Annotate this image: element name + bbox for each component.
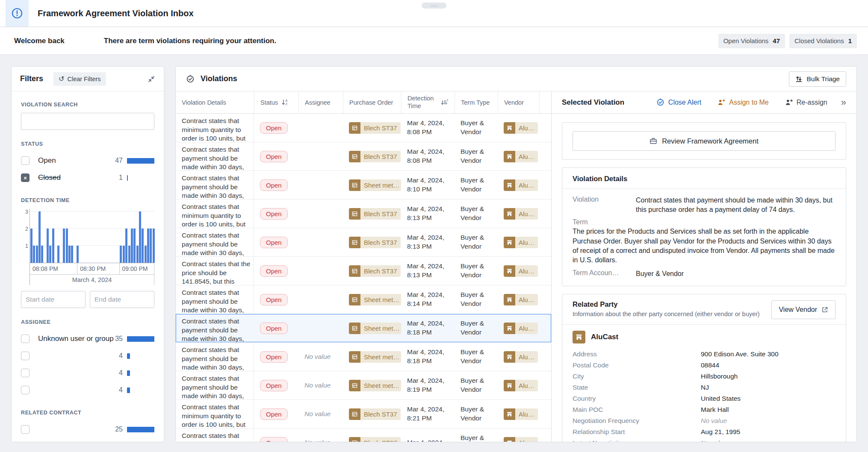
vendor-tag[interactable]: Alu… [504, 208, 538, 220]
violation-row[interactable]: Contract states that payment should be m… [176, 314, 551, 343]
purchase-order-tag[interactable]: Blech ST37 [349, 437, 401, 442]
vendor-tag[interactable]: Alu… [504, 122, 538, 134]
column-header-purchase-order[interactable]: Purchase Order [343, 91, 401, 113]
checkbox[interactable] [21, 369, 30, 377]
checkbox[interactable] [21, 156, 30, 165]
assignee-no-value: No value [304, 353, 331, 361]
detection-time-cell: Mar 4, 2024,8:21 PM [401, 400, 455, 428]
purchase-order-tag[interactable]: Blech ST37 [349, 237, 401, 248]
histogram-bar [128, 246, 130, 263]
filter-item: 4 [21, 347, 154, 364]
filter-count-bar-fill [127, 336, 154, 342]
widget-drag-handle[interactable]: ⋯ [422, 3, 446, 9]
detection-time-value: Mar 4, 2024,8:14 PM [407, 291, 444, 308]
violation-row[interactable]: Contract states that payment should be m… [176, 343, 551, 371]
column-header-vendor[interactable]: Vendor [498, 91, 539, 113]
purchase-order-tag[interactable]: Blech ST37 [349, 408, 401, 420]
violation-row[interactable]: Contract states that minimum quantity to… [176, 400, 551, 429]
vendor-field-value: Mark Hall [701, 406, 729, 414]
status-cell: Open [254, 400, 298, 428]
vendor-cell: Alu… [498, 171, 539, 199]
purchase-order-tag[interactable]: Sheet met… [349, 294, 401, 305]
end-date-input[interactable] [90, 291, 154, 308]
histogram-bar [41, 246, 43, 263]
vendor-field-label: Latest Negotiation [573, 439, 701, 442]
status-cell: Open [254, 429, 298, 442]
collapse-panel-button[interactable] [148, 75, 155, 83]
violation-details-cell: Contract states that payment should be m… [176, 343, 254, 371]
vendor-tag[interactable]: Alu… [504, 265, 538, 277]
vendor-tag[interactable]: Alu… [504, 408, 538, 420]
vendor-tag[interactable]: Alu… [504, 294, 538, 305]
purchase-order-icon [349, 237, 360, 248]
table-body[interactable]: Contract states that minimum quantity to… [176, 114, 551, 442]
view-vendor-button[interactable]: View Vendor [771, 300, 836, 319]
double-chevron-right-icon[interactable]: » [841, 98, 846, 107]
purchase-order-tag[interactable]: Sheet met… [349, 351, 401, 363]
alert-circle-icon [11, 7, 23, 19]
purchase-order-label: Blech ST37 [360, 237, 401, 248]
violation-count-badge[interactable]: Open Violations47 [718, 34, 785, 48]
column-header-term-type[interactable]: Term Type [455, 91, 498, 113]
filter-count-bar-fill [127, 175, 128, 181]
detection-time-value: Mar 4, 2024,8:18 PM [407, 319, 444, 337]
start-date-input[interactable] [21, 291, 86, 308]
vendor-tag[interactable]: Alu… [504, 380, 538, 391]
detection-date: Mar 4, 2024, [407, 438, 444, 442]
term-type-value: Buyer & Vendor [461, 176, 498, 194]
violation-details-text: Contract states that payment should be m… [182, 317, 254, 342]
bulk-triage-button[interactable]: Bulk Triage [789, 71, 846, 87]
violation-row[interactable]: Contract states that payment should be m… [176, 285, 551, 314]
purchase-order-tag[interactable]: Blech ST37 [349, 208, 401, 220]
checkbox[interactable] [21, 335, 30, 343]
store-icon [573, 331, 585, 343]
detection-time-cell: Mar 4, 2024,8:13 PM [401, 200, 455, 228]
column-header-assignee[interactable]: Assignee [298, 91, 343, 113]
violation-row[interactable]: Contract states that minimum quantity to… [176, 200, 551, 228]
violation-row[interactable]: Contract states that payment should be m… [176, 142, 551, 171]
term-accountability-row: Term Accoun… Buyer & Vendor [573, 269, 836, 279]
purchase-order-tag[interactable]: Blech ST37 [349, 151, 401, 162]
checkbox[interactable] [21, 386, 30, 394]
checkbox-excluded[interactable]: × [21, 173, 30, 182]
vendor-tag[interactable]: Alu… [504, 151, 538, 162]
checkbox[interactable] [21, 352, 30, 360]
column-header-status[interactable]: StatusAZ [254, 91, 298, 113]
checkbox[interactable] [21, 425, 30, 434]
violation-row[interactable]: Contract states that payment should be m… [176, 171, 551, 200]
review-framework-agreement-button[interactable]: Review Framework Agreement [573, 131, 836, 151]
histogram-bar [47, 229, 49, 263]
column-header-detection-time[interactable]: Detection Time2 [401, 91, 455, 113]
purchase-order-tag[interactable]: Blech ST37 [349, 122, 401, 134]
purchase-order-tag[interactable]: Sheet met… [349, 323, 401, 334]
vendor-cell: Alu… [498, 228, 539, 256]
column-header-violation-details[interactable]: Violation Details [176, 91, 254, 113]
histogram-plot-area[interactable]: 123 [30, 208, 154, 263]
purchase-order-tag[interactable]: Sheet met… [349, 380, 401, 391]
clear-filters-button[interactable]: ↺ Clear Filters [53, 72, 106, 86]
filter-count-bar [127, 158, 154, 164]
reassign-alert-button[interactable]: Re-assign [785, 99, 827, 106]
violation-search-input[interactable] [21, 113, 154, 130]
purchase-order-tag[interactable]: Blech ST37 [349, 265, 401, 277]
violation-row[interactable]: Contract states that minimum quantity to… [176, 114, 551, 142]
purchase-order-tag[interactable]: Sheet met… [349, 179, 401, 191]
violation-row[interactable]: Contract states that payment should be m… [176, 429, 551, 442]
close-alert-button[interactable]: Close Alert [656, 98, 701, 106]
vendor-tag[interactable]: Alu… [504, 179, 538, 191]
review-agreement-card: Review Framework Agreement [562, 122, 846, 160]
violation-count-badge[interactable]: Closed Violations1 [789, 34, 857, 48]
violation-row[interactable]: Contract states that payment should be m… [176, 371, 551, 400]
vendor-identity[interactable]: AluCast [573, 331, 836, 343]
vendor-tag[interactable]: Alu… [504, 351, 538, 363]
detection-clock: 8:19 PM [407, 385, 444, 394]
assign-alert-button[interactable]: Assign to Me [717, 99, 768, 106]
vendor-tag[interactable]: Alu… [504, 237, 538, 248]
violation-row[interactable]: Contract states that the price should be… [176, 257, 551, 285]
purchase-order-cell: Blech ST37 [343, 142, 401, 170]
purchase-order-label: Sheet met… [360, 323, 401, 334]
vendor-tag[interactable]: Alu… [504, 437, 538, 442]
vendor-tag[interactable]: Alu… [504, 323, 538, 334]
violations-title: Violations [201, 74, 237, 83]
violation-row[interactable]: Contract states that payment should be m… [176, 228, 551, 257]
